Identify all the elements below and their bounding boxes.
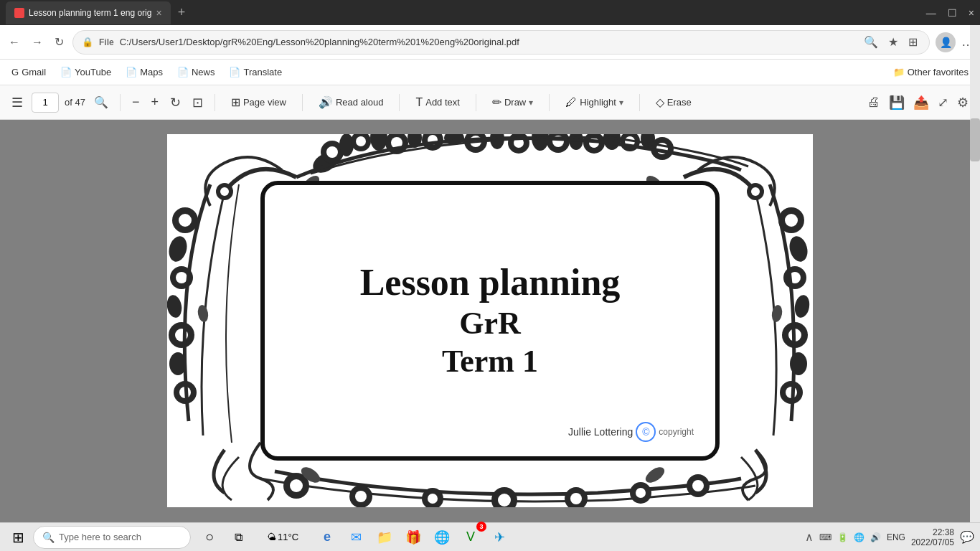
svg-point-66: [692, 480, 704, 491]
file-label: File: [99, 37, 114, 47]
zoom-in-button[interactable]: +: [148, 92, 161, 113]
read-aloud-button[interactable]: 🔊 Read aloud: [311, 93, 391, 112]
clock[interactable]: 22:38 2022/07/05: [911, 527, 954, 547]
weather-icon: 🌤: [267, 532, 276, 542]
toolbar-divider-5: [476, 94, 476, 111]
add-text-button[interactable]: T Add text: [408, 93, 466, 112]
weather-widget[interactable]: 🌤 11°C: [254, 524, 311, 550]
erase-button[interactable]: ◇ Erase: [649, 93, 699, 112]
fit-page-button[interactable]: ⊡: [189, 92, 206, 113]
gmail-icon: G: [11, 67, 19, 77]
taskbar-search-text[interactable]: Type here to search: [59, 532, 141, 542]
taskbar: ⊞ 🔍 Type here to search ○ ⧉ 🌤 11°C e ✉ 📁…: [0, 522, 980, 551]
cortana-button[interactable]: ○: [197, 524, 222, 550]
collections-icon[interactable]: ⊞: [905, 32, 920, 52]
svg-point-60: [498, 494, 511, 507]
edge-app[interactable]: e: [314, 524, 340, 550]
address-box[interactable]: 🔒 File C:/Users/User1/Desktop/grR%20Eng/…: [72, 30, 930, 55]
taskbar-apps: ○ ⧉ 🌤 11°C e ✉ 📁 🎁 🌐 V 3 ✈: [197, 524, 512, 550]
sidebar-toggle-button[interactable]: ☰: [9, 92, 26, 113]
other-favorites-folder[interactable]: 📁 Other favorites: [887, 64, 974, 80]
task-view-button[interactable]: ⧉: [225, 524, 251, 550]
notification-icon[interactable]: 💬: [960, 530, 974, 544]
weather-temp: 11°C: [278, 532, 298, 542]
bookmark-translate[interactable]: 📄 Translate: [223, 64, 288, 80]
telegram-app[interactable]: ✈: [486, 524, 512, 550]
favorites-icon[interactable]: ★: [885, 32, 901, 52]
draw-button[interactable]: ✏ Draw ▾: [485, 93, 540, 112]
add-text-icon: T: [415, 96, 423, 109]
battery-icon: 🔋: [837, 532, 848, 542]
highlight-icon: 🖊: [565, 96, 577, 109]
chrome-icon: 🌐: [434, 529, 450, 545]
minimize-button[interactable]: —: [926, 7, 936, 19]
print-button[interactable]: 🖨: [864, 92, 883, 113]
close-window-button[interactable]: ×: [969, 7, 974, 19]
zoom-out-button[interactable]: −: [129, 92, 143, 113]
svg-point-56: [355, 491, 367, 502]
pdf-search-button[interactable]: 🔍: [91, 93, 111, 112]
start-button[interactable]: ⊞: [6, 525, 30, 550]
taskbar-search-box[interactable]: 🔍 Type here to search: [33, 526, 191, 549]
share-button[interactable]: 📤: [910, 92, 932, 113]
page-view-button[interactable]: ⊞ Page view: [224, 93, 293, 112]
active-tab[interactable]: Lesson planning term 1 eng orig ×: [6, 1, 171, 24]
fullscreen-button[interactable]: ⤢: [935, 92, 951, 113]
url-text[interactable]: C:/Users/User1/Desktop/grR%20Eng/Lesson%…: [120, 37, 855, 47]
chevron-up-icon[interactable]: ∧: [805, 530, 814, 544]
read-aloud-label: Read aloud: [336, 97, 384, 108]
translate-icon: 📄: [229, 67, 240, 77]
svg-point-4: [339, 134, 354, 156]
gift-app[interactable]: 🎁: [400, 524, 426, 550]
highlight-button[interactable]: 🖊 Highlight ▾: [558, 93, 631, 112]
bookmark-news[interactable]: 📄 News: [171, 64, 221, 80]
forward-button[interactable]: →: [29, 33, 46, 52]
telegram-icon: ✈: [494, 529, 505, 545]
bookmark-youtube[interactable]: 📄 YouTube: [55, 64, 117, 80]
save-button[interactable]: 💾: [886, 92, 908, 113]
copyright-symbol: ©: [636, 422, 656, 442]
tab-favicon: [14, 8, 24, 18]
taskbar-right: ∧ ⌨ 🔋 🌐 🔊 ENG 22:38 2022/07/05 💬: [805, 527, 974, 547]
page-number-input[interactable]: [32, 93, 59, 113]
folder-icon: 📁: [893, 67, 905, 77]
svg-point-32: [179, 214, 192, 227]
back-button[interactable]: ←: [6, 33, 23, 52]
tab-close-button[interactable]: ×: [156, 7, 161, 19]
toolbar-divider-7: [639, 94, 640, 111]
draw-icon: ✏: [492, 95, 501, 109]
folder-app[interactable]: 📁: [372, 524, 397, 550]
maximize-button[interactable]: ☐: [948, 7, 957, 19]
taskbar-search-icon: 🔍: [42, 532, 55, 543]
bookmark-gmail[interactable]: G Gmail: [6, 64, 52, 80]
system-tray[interactable]: ∧: [805, 530, 814, 544]
bookmark-maps[interactable]: 📄 Maps: [120, 64, 169, 80]
profile-button[interactable]: 👤: [936, 32, 956, 52]
network-icon-area[interactable]: 🌐: [854, 532, 864, 542]
scrollbar-thumb[interactable]: [970, 118, 980, 161]
keyboard-icon: ⌨: [819, 532, 831, 542]
settings-button[interactable]: ⚙: [954, 92, 971, 113]
highlight-label: Highlight: [580, 97, 616, 108]
chrome-app[interactable]: 🌐: [429, 524, 455, 550]
mail-app[interactable]: ✉: [343, 524, 369, 550]
vpn-icon: V: [466, 529, 475, 545]
language-indicator[interactable]: ENG: [887, 532, 905, 542]
pdf-title-line1: Lesson planning: [360, 260, 621, 305]
svg-point-70: [751, 187, 760, 196]
search-address-icon[interactable]: 🔍: [861, 32, 881, 52]
new-tab-button[interactable]: +: [178, 5, 186, 20]
rotate-button[interactable]: ↻: [167, 92, 184, 113]
read-aloud-icon: 🔊: [319, 95, 333, 109]
pdf-page: Lesson planning GrR Term 1 Jullie Lotter…: [167, 134, 813, 507]
addressbar: ← → ↻ 🔒 File C:/Users/User1/Desktop/grR%…: [0, 25, 980, 60]
battery-icon-area[interactable]: 🔋: [837, 532, 848, 542]
svg-point-68: [220, 187, 229, 196]
scrollbar-track[interactable]: [970, 25, 980, 522]
mail-icon: ✉: [351, 529, 362, 545]
sound-icon-area[interactable]: 🔊: [870, 532, 881, 542]
vpn-app[interactable]: V 3: [458, 524, 484, 550]
toolbar-divider-3: [302, 94, 303, 111]
bookmark-translate-label: Translate: [243, 67, 282, 77]
refresh-button[interactable]: ↻: [52, 32, 67, 52]
